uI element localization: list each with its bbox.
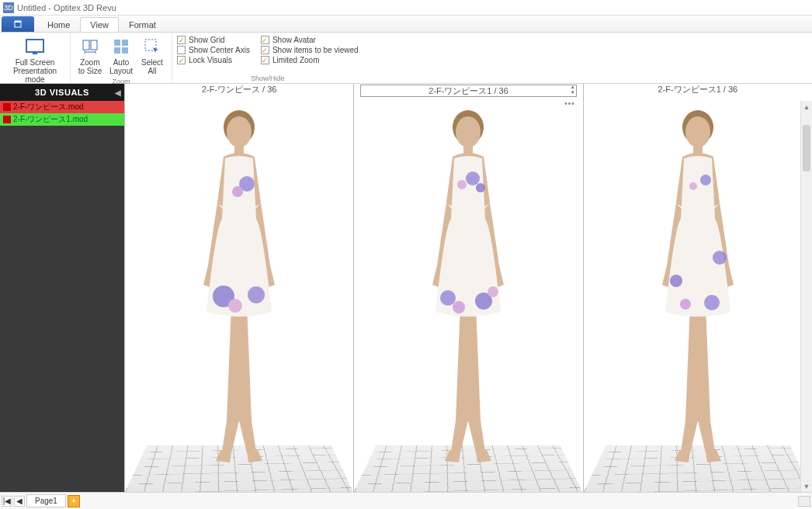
sidebar-collapse-icon[interactable]: ◀	[115, 88, 122, 97]
scroll-up-icon[interactable]: ▲	[801, 101, 812, 113]
viewport-0[interactable]: 2-F-ワンピース / 36	[124, 84, 353, 492]
file-menu-button[interactable]	[2, 16, 34, 32]
svg-rect-5	[91, 40, 97, 50]
tab-view[interactable]: View	[80, 17, 119, 32]
sidebar-item-label: 2-F-ワンピース.mod	[13, 102, 84, 113]
avatar-2	[584, 98, 812, 492]
svg-rect-2	[26, 40, 43, 52]
check-show-center-axis[interactable]: Show Center Axis	[177, 46, 250, 54]
svg-rect-7	[122, 40, 128, 46]
svg-rect-6	[114, 40, 120, 46]
check-limited-zoom[interactable]: Limited Zoom	[261, 56, 359, 64]
ribbon-group-label-showhide: Show/Hide	[251, 74, 285, 82]
auto-layout-icon	[110, 36, 132, 57]
page-tab[interactable]: Page1	[26, 494, 66, 507]
viewport-2[interactable]: 2-F-ワンピース1 / 36 ▲ ▼	[583, 84, 812, 492]
ribbon-tabbar: Home View Format	[0, 16, 812, 33]
avatar-1	[354, 98, 582, 492]
fullscreen-label-1: Full Screen	[16, 58, 55, 67]
vertical-scrollbar[interactable]: ▲ ▼	[800, 101, 812, 492]
flag-icon	[3, 116, 11, 123]
select-all-icon	[141, 36, 163, 57]
checkbox-icon	[261, 46, 269, 54]
check-show-avatar[interactable]: Show Avatar	[261, 36, 359, 44]
zoom-to-size-button[interactable]: Zoomto Size	[75, 34, 105, 77]
viewport-title-0: 2-F-ワンピース / 36	[125, 84, 353, 98]
spinner-icon[interactable]: ▲▼	[571, 85, 575, 95]
title-bar: 3D Untitled - Optitex 3D Revu	[0, 0, 812, 16]
checkbox-icon	[261, 56, 269, 64]
flag-icon	[3, 103, 11, 111]
ribbon-group-document-views: Full ScreenPresentation mode Document Vi…	[0, 33, 71, 83]
check-show-items[interactable]: Show items to be viewed	[261, 46, 359, 54]
checkbox-icon	[177, 46, 186, 54]
ribbon-group-zoom: Zoomto Size AutoLayout SelectAll Zoom	[71, 33, 172, 83]
checkbox-icon	[261, 36, 269, 44]
window-title: Untitled - Optitex 3D Revu	[17, 3, 116, 12]
checkbox-icon	[177, 36, 186, 44]
app-icon: 3D	[3, 2, 14, 13]
scroll-right-button[interactable]	[798, 496, 810, 507]
svg-rect-4	[83, 40, 89, 50]
checkbox-icon	[177, 56, 186, 64]
auto-layout-button[interactable]: AutoLayout	[106, 34, 136, 77]
scroll-down-icon[interactable]: ▼	[801, 480, 812, 492]
viewport-1[interactable]: 2-F-ワンピース1 / 36 ▲▼ •••	[353, 84, 582, 492]
sidebar-item-0[interactable]: 2-F-ワンピース.mod	[0, 101, 124, 113]
select-all-button[interactable]: SelectAll	[137, 34, 167, 77]
ribbon: Full ScreenPresentation mode Document Vi…	[0, 33, 812, 84]
fullscreen-presentation-button[interactable]: Full ScreenPresentation mode	[5, 34, 65, 85]
fullscreen-icon	[24, 36, 46, 57]
svg-rect-1	[15, 21, 21, 23]
tab-home[interactable]: Home	[37, 17, 80, 32]
file-menu-icon	[14, 20, 22, 28]
sidebar-header: 3D VISUALS ◀	[0, 84, 124, 101]
add-page-button[interactable]: +	[68, 495, 80, 507]
ribbon-group-showhide: Show Grid Show Center Axis Lock Visuals …	[172, 33, 363, 83]
viewport-title-input[interactable]: 2-F-ワンピース1 / 36 ▲▼	[360, 85, 576, 97]
avatar-0	[125, 98, 353, 492]
page-prev-button[interactable]: ◀	[14, 496, 25, 507]
sidebar-item-label: 2-F-ワンピース1.mod	[13, 114, 88, 125]
workspace: 3D VISUALS ◀ 2-F-ワンピース.mod 2-F-ワンピース1.mo…	[0, 84, 812, 492]
check-lock-visuals[interactable]: Lock Visuals	[177, 56, 250, 64]
viewport-title-2: 2-F-ワンピース1 / 36	[584, 84, 812, 98]
sidebar-item-1[interactable]: 2-F-ワンピース1.mod	[0, 113, 124, 126]
page-bar: |◀ ◀ Page1 +	[0, 492, 812, 509]
sidebar: 3D VISUALS ◀ 2-F-ワンピース.mod 2-F-ワンピース1.mo…	[0, 84, 124, 492]
svg-rect-8	[114, 47, 120, 54]
zoom-to-size-icon	[79, 36, 101, 57]
svg-rect-3	[33, 52, 37, 54]
check-show-grid[interactable]: Show Grid	[177, 36, 250, 44]
page-first-button[interactable]: |◀	[2, 496, 12, 507]
svg-rect-9	[122, 47, 128, 54]
viewports: 2-F-ワンピース / 36 2-F-ワンピース1 / 36 ▲▼ ••• 2-…	[124, 84, 812, 492]
scroll-thumb[interactable]	[803, 125, 810, 171]
sidebar-title: 3D VISUALS	[35, 88, 89, 97]
fullscreen-label-2: Presentation mode	[13, 67, 57, 84]
tab-format[interactable]: Format	[119, 17, 166, 32]
